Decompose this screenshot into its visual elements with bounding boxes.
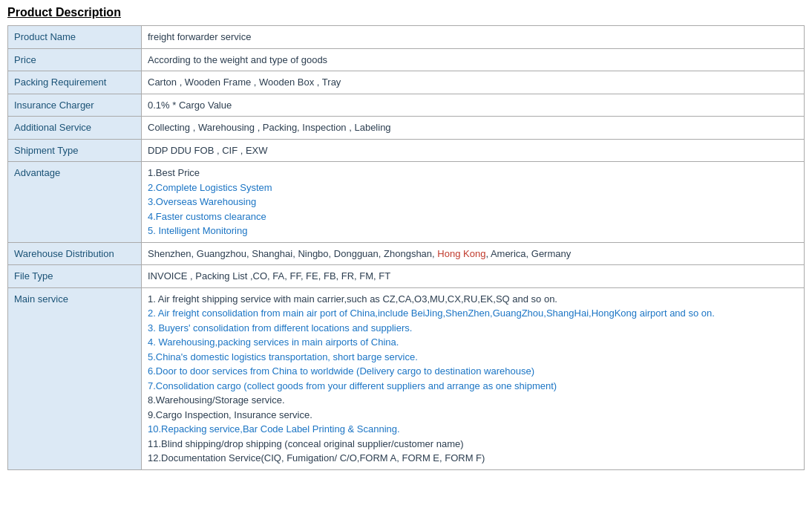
main-service-item-7: 8.Warehousing/Storage service. — [148, 393, 798, 408]
main-service-item-8: 9.Cargo Inspection, Insurance service. — [148, 408, 798, 423]
row-value-main-service: 1. Air freight shipping service with mai… — [142, 287, 805, 469]
advantage-item-2: 3.Overseas Warehousing — [148, 195, 798, 209]
row-label-product-name: Product Name — [8, 26, 142, 49]
row-label-insurance-charger: Insurance Charger — [8, 94, 142, 117]
row-label-additional-service: Additional Service — [8, 117, 142, 140]
row-text-packing-requirement: Carton , Wooden Frame , Wooden Box , Tra… — [148, 77, 341, 88]
main-service-item-4: 5.China's domestic logistics transportat… — [148, 350, 798, 365]
main-service-item-5: 6.Door to door services from China to wo… — [148, 364, 798, 379]
row-value-warehouse-distribution: Shenzhen, Guangzhou, Shanghai, Ningbo, D… — [142, 242, 805, 265]
row-label-price: Price — [8, 48, 142, 71]
row-value-additional-service: Collecting , Warehousing , Packing, Insp… — [142, 117, 805, 140]
row-text-shipment-type: DDP DDU FOB , CIF , EXW — [148, 145, 268, 156]
table-row-warehouse-distribution: Warehouse DistributionShenzhen, Guangzho… — [8, 242, 805, 265]
row-value-file-type: INVOICE , Packing List ,CO, FA, FF, FE, … — [142, 265, 805, 288]
table-row-additional-service: Additional ServiceCollecting , Warehousi… — [8, 117, 805, 140]
row-label-packing-requirement: Packing Requirement — [8, 71, 142, 94]
row-label-file-type: File Type — [8, 265, 142, 288]
table-row-insurance-charger: Insurance Charger0.1% * Cargo Value — [8, 94, 805, 117]
row-value-price: According to the weight and type of good… — [142, 48, 805, 71]
row-value-advantage: 1.Best Price2.Complete Logistics System3… — [142, 162, 805, 243]
table-row-advantage: Advantage1.Best Price2.Complete Logistic… — [8, 162, 805, 243]
row-text-insurance-charger: 0.1% * Cargo Value — [148, 100, 232, 111]
row-text-product-name: freight forwarder service — [148, 31, 251, 42]
table-row-price: PriceAccording to the weight and type of… — [8, 48, 805, 71]
table-row-shipment-type: Shipment TypeDDP DDU FOB , CIF , EXW — [8, 139, 805, 162]
row-label-main-service: Main service — [8, 287, 142, 469]
row-text-file-type: INVOICE , Packing List ,CO, FA, FF, FE, … — [148, 270, 390, 282]
row-value-product-name: freight forwarder service — [142, 26, 805, 49]
warehouse-part: Hong Kong — [437, 248, 485, 259]
main-service-item-3: 4. Warehousing,packing services in main … — [148, 335, 798, 350]
main-service-item-9: 10.Repacking service,Bar Code Label Prin… — [148, 422, 798, 437]
table-row-main-service: Main service1. Air freight shipping serv… — [8, 287, 805, 469]
row-text-price: According to the weight and type of good… — [148, 54, 327, 65]
main-service-item-0: 1. Air freight shipping service with mai… — [148, 292, 798, 307]
advantage-item-3: 4.Faster customs clearance — [148, 209, 798, 224]
main-service-item-10: 11.Blind shipping/drop shipping (conceal… — [148, 437, 798, 452]
table-row-packing-requirement: Packing RequirementCarton , Wooden Frame… — [8, 71, 805, 94]
row-label-shipment-type: Shipment Type — [8, 139, 142, 162]
advantage-item-4: 5. Intelligent Monitoring — [148, 224, 798, 238]
page-title: Product Description — [7, 6, 805, 19]
row-text-additional-service: Collecting , Warehousing , Packing, Insp… — [148, 122, 391, 133]
row-label-advantage: Advantage — [8, 162, 142, 243]
main-service-item-2: 3. Buyers' consolidation from different … — [148, 321, 798, 336]
warehouse-part: Shenzhen, Guangzhou, Shanghai, Ningbo, D… — [148, 248, 437, 259]
row-label-warehouse-distribution: Warehouse Distribution — [8, 242, 142, 265]
main-service-item-6: 7.Consolidation cargo (collect goods fro… — [148, 379, 798, 394]
main-service-item-11: 12.Documentation Service(CIQ, Fumigation… — [148, 451, 798, 466]
table-row-file-type: File TypeINVOICE , Packing List ,CO, FA,… — [8, 265, 805, 288]
advantage-item-0: 1.Best Price — [148, 166, 798, 180]
table-row-product-name: Product Namefreight forwarder service — [8, 26, 805, 49]
product-description-table: Product Namefreight forwarder servicePri… — [7, 25, 805, 470]
row-value-packing-requirement: Carton , Wooden Frame , Wooden Box , Tra… — [142, 71, 805, 94]
row-value-shipment-type: DDP DDU FOB , CIF , EXW — [142, 139, 805, 162]
warehouse-part: , America, Germany — [485, 248, 571, 259]
main-service-item-1: 2. Air freight consolidation from main a… — [148, 306, 798, 321]
row-value-insurance-charger: 0.1% * Cargo Value — [142, 94, 805, 117]
advantage-item-1: 2.Complete Logistics System — [148, 180, 798, 195]
